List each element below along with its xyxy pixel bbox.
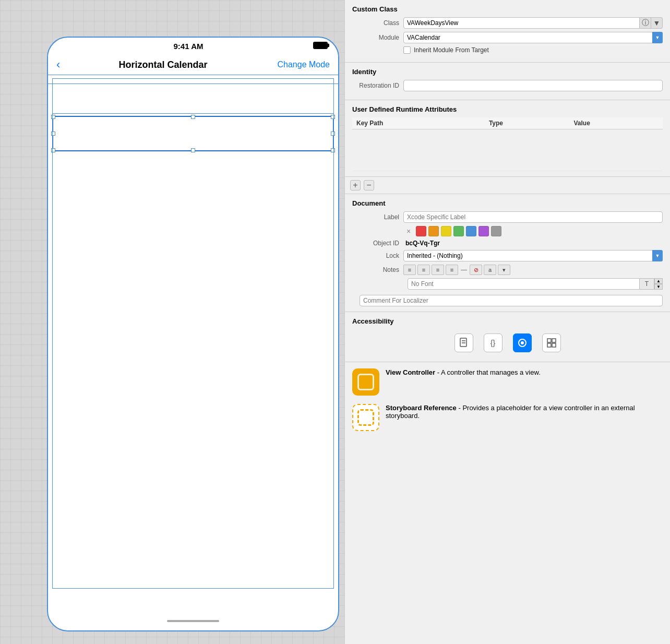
library-item-storyboard-reference[interactable]: Storyboard Reference - Provides a placeh… bbox=[352, 404, 663, 431]
col-key-path: Key Path bbox=[352, 117, 485, 129]
comment-row bbox=[360, 293, 663, 306]
add-remove-row: + − bbox=[345, 177, 670, 194]
lock-select-wrapper: Inherited - (Nothing) ▼ bbox=[403, 250, 663, 261]
accessibility-header: Accessibility bbox=[352, 317, 663, 325]
notes-more-btn[interactable]: ▾ bbox=[498, 265, 510, 275]
font-stepper-up[interactable]: ▲ bbox=[654, 278, 663, 284]
col-value: Value bbox=[569, 117, 663, 129]
doc-label-row: Label bbox=[352, 211, 663, 223]
library-section: View Controller - A controller that mana… bbox=[345, 362, 670, 446]
acc-code-icon[interactable]: {} bbox=[484, 333, 502, 352]
identity-header: Identity bbox=[352, 68, 663, 76]
custom-class-section: Custom Class Class ⓘ ▼ Module VACalendar… bbox=[345, 0, 670, 63]
swatch-purple[interactable] bbox=[478, 226, 489, 236]
custom-class-header: Custom Class bbox=[352, 5, 663, 13]
iphone-frame: 9:41 AM ‹ Horizontal Calendar Change Mod… bbox=[47, 37, 339, 631]
notes-strikethrough-btn[interactable]: ⊘ bbox=[470, 265, 482, 275]
resize-handle-tr[interactable] bbox=[331, 115, 335, 119]
object-id-row: Object ID bcQ-Vq-Tgr bbox=[352, 240, 663, 247]
document-header: Document bbox=[352, 199, 663, 207]
inherit-checkbox-row: Inherit Module From Target bbox=[403, 46, 663, 54]
resize-handle-bm[interactable] bbox=[191, 148, 195, 152]
swatch-gray[interactable] bbox=[491, 226, 501, 236]
acc-circle-icon[interactable] bbox=[513, 333, 532, 352]
restoration-id-input[interactable] bbox=[403, 80, 663, 91]
notes-align-justify-btn[interactable]: ≡ bbox=[446, 265, 458, 275]
swatch-yellow[interactable] bbox=[441, 226, 451, 236]
runtime-attributes-table: Key Path Type Value bbox=[352, 117, 663, 171]
module-label: Module bbox=[352, 34, 399, 41]
restoration-id-label: Restoration ID bbox=[352, 82, 399, 89]
vc-text: View Controller - A controller that mana… bbox=[386, 368, 541, 378]
doc-label-input[interactable] bbox=[403, 211, 663, 223]
font-field-row: T ▲ ▼ bbox=[352, 278, 663, 290]
notes-align-center-btn[interactable]: ≡ bbox=[417, 265, 430, 275]
notes-align-right-btn[interactable]: ≡ bbox=[432, 265, 444, 275]
inherit-checkbox[interactable] bbox=[403, 46, 411, 54]
resize-handle-tm[interactable] bbox=[191, 115, 195, 119]
class-field-row: Class ⓘ ▼ bbox=[352, 17, 663, 29]
document-section: Document Label × Object ID bcQ-Vq-Tgr Lo… bbox=[345, 194, 670, 312]
class-dropdown-btn[interactable]: ▼ bbox=[651, 17, 663, 29]
acc-doc-icon[interactable] bbox=[454, 333, 473, 352]
resize-handle-mr[interactable] bbox=[331, 132, 335, 136]
font-type-btn[interactable]: T bbox=[640, 278, 654, 290]
storyboard-canvas: → 9:41 AM ‹ Horizontal Calendar Change M… bbox=[0, 0, 344, 644]
svg-rect-6 bbox=[552, 339, 556, 342]
accessibility-icon-row: {} bbox=[352, 329, 663, 356]
acc-grid-icon[interactable] bbox=[542, 333, 561, 352]
notes-text-box-btn[interactable]: a bbox=[484, 265, 496, 275]
color-swatches-row: × bbox=[403, 226, 663, 236]
swatch-none[interactable]: × bbox=[403, 226, 414, 236]
resize-handle-br[interactable] bbox=[331, 148, 335, 152]
vc-icon-inner bbox=[357, 374, 374, 390]
font-input[interactable] bbox=[408, 278, 640, 290]
swatch-blue[interactable] bbox=[466, 226, 476, 236]
inherit-label: Inherit Module From Target bbox=[414, 46, 489, 54]
class-info-btn[interactable]: ⓘ bbox=[640, 17, 651, 29]
comment-input[interactable] bbox=[360, 295, 663, 306]
restoration-id-row: Restoration ID bbox=[352, 80, 663, 91]
iphone-status-bar: 9:41 AM bbox=[48, 38, 338, 55]
notes-separator: — bbox=[461, 266, 467, 273]
identity-section: Identity Restoration ID bbox=[345, 63, 670, 100]
swatch-red[interactable] bbox=[416, 226, 426, 236]
vc-icon bbox=[352, 368, 379, 396]
notes-field-row: Notes ≡ ≡ ≡ ≡ — ⊘ a ▾ bbox=[352, 265, 663, 275]
iphone-simulator-frame: 9:41 AM ‹ Horizontal Calendar Change Mod… bbox=[21, 16, 324, 621]
change-mode-button[interactable]: Change Mode bbox=[277, 60, 330, 69]
class-input[interactable] bbox=[403, 17, 640, 29]
accessibility-section: Accessibility {} bbox=[345, 312, 670, 362]
status-time: 9:41 AM bbox=[64, 42, 313, 51]
add-attribute-btn[interactable]: + bbox=[350, 180, 361, 190]
attributes-empty-row bbox=[352, 129, 663, 171]
calendar-week-view-top[interactable] bbox=[52, 78, 334, 114]
container-outer-border bbox=[52, 84, 334, 589]
module-select-wrapper: VACalendar ▼ bbox=[403, 32, 663, 43]
iphone-home-indicator bbox=[167, 620, 219, 622]
sb-icon-inner bbox=[357, 409, 374, 426]
swatch-green[interactable] bbox=[453, 226, 464, 236]
lock-label: Lock bbox=[352, 252, 399, 259]
class-label: Class bbox=[352, 19, 399, 27]
font-stepper-down[interactable]: ▼ bbox=[654, 284, 663, 290]
module-select[interactable]: VACalendar bbox=[403, 32, 663, 43]
lock-select[interactable]: Inherited - (Nothing) bbox=[403, 250, 663, 261]
module-field-row: Module VACalendar ▼ bbox=[352, 32, 663, 43]
calendar-week-view-selected[interactable] bbox=[52, 116, 334, 151]
resize-handle-tl[interactable] bbox=[51, 115, 55, 119]
sb-icon bbox=[352, 404, 379, 431]
resize-handle-bl[interactable] bbox=[51, 148, 55, 152]
remove-attribute-btn[interactable]: − bbox=[364, 180, 374, 190]
runtime-attributes-section: User Defined Runtime Attributes Key Path… bbox=[345, 100, 670, 177]
lock-field-row: Lock Inherited - (Nothing) ▼ bbox=[352, 250, 663, 261]
runtime-attributes-header: User Defined Runtime Attributes bbox=[352, 105, 663, 113]
resize-handle-ml[interactable] bbox=[51, 132, 55, 136]
class-input-group: ⓘ ▼ bbox=[403, 17, 663, 29]
notes-align-left-btn[interactable]: ≡ bbox=[403, 265, 416, 275]
font-stepper: ▲ ▼ bbox=[654, 278, 663, 290]
library-item-view-controller[interactable]: View Controller - A controller that mana… bbox=[352, 368, 663, 396]
iphone-nav-bar: ‹ Horizontal Calendar Change Mode bbox=[48, 55, 338, 75]
svg-rect-7 bbox=[547, 343, 551, 347]
swatch-orange[interactable] bbox=[428, 226, 439, 236]
